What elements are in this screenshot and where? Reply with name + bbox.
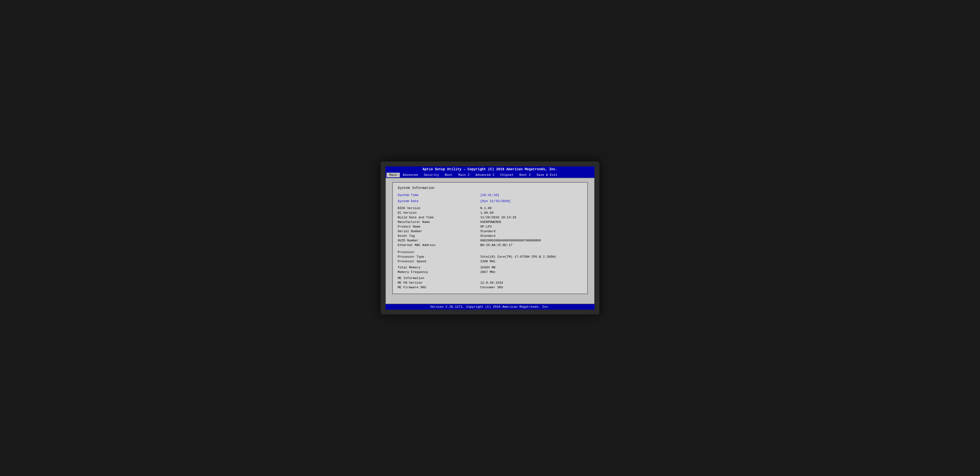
me-firmware-sku-row: ME Firmware SKU Consumer SKU [398,286,582,289]
processor-section-label: Processor [398,251,480,254]
serial-number-value: Standard [480,230,495,233]
memory-frequency-label: Memory Frequency [398,270,480,274]
bios-version-label: BIOS Version [398,206,480,210]
title-bar: Aptio Setup Utility – Copyright (C) 2018… [385,167,595,172]
build-date-label: Build Date and Time [398,216,480,219]
ec-version-label: EC Version [398,211,480,215]
asset-tag-row: Asset Tag Standard [398,234,582,238]
total-memory-value: 16384 MB [480,266,495,269]
menu-item-save-exit[interactable]: Save & Exit [534,173,560,177]
menu-bar: Main Advanced Security Boot Main 2 Advan… [385,172,595,178]
bios-screen: Aptio Setup Utility – Copyright (C) 2018… [385,167,595,309]
product-name-row: Product Name OP-LP3 [398,225,582,228]
uuid-row: UUID Number 0002000300040005000600070008… [398,239,582,242]
content-area: System Information System Time [16:41:16… [385,178,595,304]
system-time-label: System Time [398,193,480,197]
uuid-value: 00020003000400050006000700080009 [480,239,541,242]
uuid-label: UUID Number [398,239,480,242]
me-section-label: ME Information [398,276,480,280]
manufacturer-row: Manufacturer Name OVERPOWERED [398,220,582,224]
ec-version-value: 1.08.09 [480,211,494,215]
me-firmware-sku-label: ME Firmware SKU [398,286,480,289]
me-section-row: ME Information [398,276,582,280]
asset-tag-label: Asset Tag [398,234,480,238]
processor-speed-value: 2200 MHz [480,260,495,263]
serial-number-label: Serial Number [398,230,480,233]
manufacturer-label: Manufacturer Name [398,220,480,224]
me-fw-version-value: 12.0.49.1534 [480,281,503,285]
content-border: System Information System Time [16:41:16… [392,182,588,294]
system-date-value[interactable]: [Sun 11/15/2020] [480,199,511,203]
title-text: Aptio Setup Utility – Copyright (C) 2018… [423,167,558,171]
me-firmware-sku-value: Consumer SKU [480,286,503,289]
menu-item-main[interactable]: Main [387,173,400,177]
processor-speed-row: Processor Speed 2200 MHz [398,260,582,263]
build-date-row: Build Date and Time 11/28/2018 10:14:26 [398,216,582,219]
menu-item-advanced2[interactable]: Advanced 2 [473,173,497,177]
memory-frequency-row: Memory Frequency 2667 MHz [398,270,582,274]
me-fw-version-label: ME FW Version [398,281,480,285]
total-memory-row: Total Memory 16384 MB [398,266,582,269]
menu-item-boot[interactable]: Boot [442,173,455,177]
system-date-label: System Date [398,199,480,203]
me-fw-version-row: ME FW Version 12.0.49.1534 [398,281,582,285]
memory-frequency-value: 2667 MHz [480,270,495,274]
system-time-row: System Time [16:41:16] [398,193,582,197]
menu-item-advanced[interactable]: Advanced [400,173,421,177]
menu-item-chipset[interactable]: Chipset [497,173,517,177]
processor-section-row: Processor [398,251,582,254]
system-time-value[interactable]: [16:41:16] [480,193,499,197]
monitor-frame: Aptio Setup Utility – Copyright (C) 2018… [380,162,599,314]
manufacturer-value: OVERPOWERED [480,220,501,224]
serial-number-row: Serial Number Standard [398,230,582,233]
menu-item-security[interactable]: Security [421,173,442,177]
section-title: System Information [398,186,582,190]
footer-bar: Version 2.20.1271. Copyright (C) 2018 Am… [385,304,595,309]
processor-type-value: Intel(R) Core(TM) i7-8750H CPU @ 2.20GHz [480,255,556,259]
ethernet-mac-label: Ethernet MAC Address [398,243,480,247]
system-date-row: System Date [Sun 11/15/2020] [398,199,582,203]
menu-item-main2[interactable]: Main 2 [455,173,473,177]
ec-version-row: EC Version 1.08.09 [398,211,582,215]
menu-item-boot2[interactable]: Boot 2 [517,173,534,177]
ethernet-mac-row: Ethernet MAC Address B0:25:AA:2C:BC:17 [398,243,582,247]
product-name-label: Product Name [398,225,480,228]
build-date-value: 11/28/2018 10:14:26 [480,216,516,219]
processor-type-row: Processor Type Intel(R) Core(TM) i7-8750… [398,255,582,259]
bios-version-value: N.1.08 [480,206,492,210]
footer-text: Version 2.20.1271. Copyright (C) 2018 Am… [430,305,550,309]
asset-tag-value: Standard [480,234,495,238]
ethernet-mac-value: B0:25:AA:2C:BC:17 [480,243,512,247]
bios-version-row: BIOS Version N.1.08 [398,206,582,210]
processor-speed-label: Processor Speed [398,260,480,263]
product-name-value: OP-LP3 [480,225,492,228]
processor-type-label: Processor Type [398,255,480,259]
total-memory-label: Total Memory [398,266,480,269]
